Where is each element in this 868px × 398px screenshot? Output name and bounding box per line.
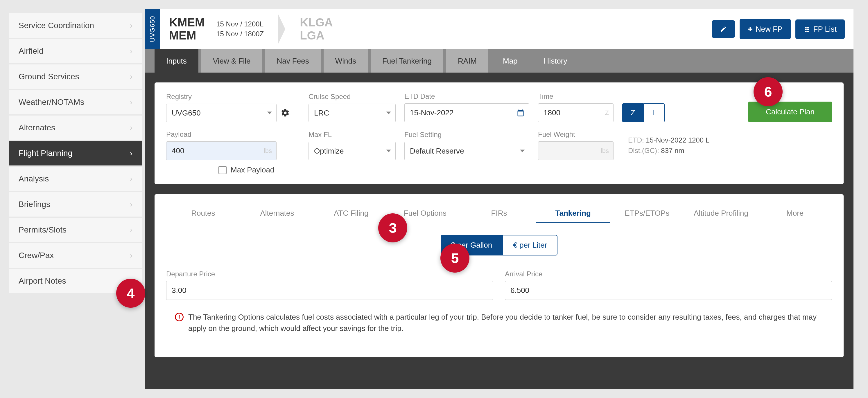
subtab-tankering[interactable]: Tankering: [536, 204, 610, 223]
route-block: KMEM MEM 15 Nov / 1200L 15 Nov / 1800Z K…: [160, 9, 342, 49]
departure-times: 15 Nov / 1200L 15 Nov / 1800Z: [216, 20, 264, 38]
dep-icao: KMEM: [169, 16, 205, 29]
sidebar-item-label: Alternates: [19, 123, 55, 132]
sidebar-item-crew-pax[interactable]: Crew/Pax›: [9, 243, 142, 268]
arr-icao: KLGA: [300, 16, 333, 29]
per-liter-button[interactable]: € per Liter: [502, 235, 557, 256]
subtab-atc-filing[interactable]: ATC Filing: [314, 204, 388, 223]
cruise-select[interactable]: LRC: [309, 104, 396, 122]
date-local: 15 Nov / 1200L: [216, 20, 264, 28]
annotation-bubble-4: 4: [116, 279, 145, 308]
sidebar-item-label: Analysis: [19, 174, 49, 184]
etd-date-label: ETD Date: [404, 92, 529, 100]
zulu-button[interactable]: Z: [622, 103, 644, 122]
sidebar-item-analysis[interactable]: Analysis›: [9, 167, 142, 191]
main-panel: UVG650 KMEM MEM 15 Nov / 1200L 15 Nov / …: [145, 9, 854, 389]
sidebar-item-permits-slots[interactable]: Permits/Slots›: [9, 218, 142, 242]
tankering-info: ! The Tankering Options calculates fuel …: [166, 311, 832, 334]
subtab-alternates[interactable]: Alternates: [240, 204, 314, 223]
tab-winds[interactable]: Winds: [323, 49, 368, 73]
tab-inputs[interactable]: Inputs: [155, 49, 198, 73]
calendar-icon[interactable]: [517, 109, 525, 117]
maxfl-select[interactable]: Optimize: [309, 142, 396, 160]
fp-list-button[interactable]: FP List: [795, 20, 845, 39]
header-actions: + New FP FP List: [712, 9, 854, 49]
cruise-label: Cruise Speed: [309, 93, 396, 101]
sidebar-item-label: Weather/NOTAMs: [19, 98, 84, 107]
maxfl-label: Max FL: [309, 131, 396, 139]
local-button[interactable]: L: [644, 103, 665, 122]
sidebar-item-weather-notams[interactable]: Weather/NOTAMs›: [9, 90, 142, 114]
sidebar-item-alternates[interactable]: Alternates›: [9, 115, 142, 140]
subtab-firs[interactable]: FIRs: [462, 204, 536, 223]
sidebar-item-ground-services[interactable]: Ground Services›: [9, 64, 142, 89]
sub-tabs: Routes Alternates ATC Filing Fuel Option…: [166, 204, 832, 223]
subtab-more[interactable]: More: [758, 204, 832, 223]
annotation-bubble-6: 6: [753, 77, 783, 106]
tab-history[interactable]: History: [532, 49, 579, 73]
payload-input[interactable]: [166, 141, 277, 160]
warning-icon: !: [175, 313, 184, 321]
sidebar-item-briefings[interactable]: Briefings›: [9, 192, 142, 217]
registry-label: Registry: [166, 93, 277, 101]
chevron-right-icon: ›: [130, 174, 132, 184]
list-icon: [804, 26, 810, 33]
tankering-info-text: The Tankering Options calculates fuel co…: [188, 311, 823, 334]
subtab-etps-etops[interactable]: ETPs/ETOPs: [610, 204, 684, 223]
edit-button[interactable]: [712, 20, 735, 38]
flight-header: UVG650 KMEM MEM 15 Nov / 1200L 15 Nov / …: [145, 9, 854, 49]
price-unit-toggle: $ per Gallon € per Liter: [166, 235, 832, 256]
sidebar-item-airfield[interactable]: Airfield›: [9, 39, 142, 63]
etd-date-input[interactable]: [404, 103, 529, 122]
button-label: FP List: [813, 25, 837, 34]
new-fp-button[interactable]: + New FP: [740, 19, 791, 39]
sidebar-item-label: Briefings: [19, 200, 50, 209]
sidebar-item-label: Ground Services: [19, 72, 79, 81]
tab-nav-fees[interactable]: Nav Fees: [265, 49, 320, 73]
registry-select[interactable]: UVG650: [166, 104, 277, 122]
fuel-weight-label: Fuel Weight: [538, 130, 614, 138]
sidebar-item-label: Service Coordination: [19, 21, 94, 30]
chevron-right-icon: ›: [130, 200, 132, 209]
etd-summary-label: ETD:: [628, 136, 644, 144]
fuel-setting-select[interactable]: Default Reserve: [404, 142, 529, 160]
tab-map[interactable]: Map: [491, 49, 529, 73]
time-input[interactable]: [538, 103, 614, 122]
tab-view-file[interactable]: View & File: [201, 49, 262, 73]
tankering-panel: 3 5 Routes Alternates ATC Filing Fuel Op…: [155, 194, 844, 357]
sidebar-item-label: Airport Notes: [19, 276, 66, 286]
departure-airport: KMEM MEM: [169, 16, 205, 42]
chevron-right-icon: ›: [130, 123, 132, 132]
pencil-icon: [720, 26, 727, 33]
chevron-right-icon: ›: [130, 72, 132, 81]
aircraft-tag[interactable]: UVG650: [145, 9, 160, 49]
sidebar-item-label: Permits/Slots: [19, 225, 66, 235]
max-payload-checkbox[interactable]: [218, 166, 226, 174]
tab-raim[interactable]: RAIM: [446, 49, 488, 73]
top-tabs: Inputs View & File Nav Fees Winds Fuel T…: [145, 49, 854, 73]
arrival-airport: KLGA LGA: [300, 16, 333, 42]
dep-iata: MEM: [169, 29, 205, 42]
gear-icon[interactable]: [281, 108, 290, 118]
content-area: 6 Registry UVG650 Cruise Speed LRC: [145, 73, 854, 367]
fuel-setting-label: Fuel Setting: [404, 131, 529, 139]
dist-summary-value: 837 nm: [661, 146, 684, 155]
sidebar-item-flight-planning[interactable]: Flight Planning›: [9, 141, 142, 165]
dist-summary-label: Dist.(GC):: [628, 146, 659, 155]
sidebar-item-label: Crew/Pax: [19, 251, 54, 260]
departure-price-input[interactable]: [166, 281, 493, 300]
subtab-altitude-profiling[interactable]: Altitude Profiling: [684, 204, 758, 223]
date-zulu: 15 Nov / 1800Z: [216, 30, 264, 38]
chevron-right-icon: ›: [130, 225, 132, 235]
chevron-right-icon: ›: [130, 46, 132, 56]
subtab-routes[interactable]: Routes: [166, 204, 240, 223]
sidebar-item-service-coordination[interactable]: Service Coordination›: [9, 13, 142, 38]
arrival-price-input[interactable]: [505, 281, 832, 300]
tab-fuel-tankering[interactable]: Fuel Tankering: [371, 49, 443, 73]
fuel-weight-input[interactable]: [538, 141, 614, 160]
zulu-local-toggle: Z L: [622, 103, 665, 122]
arr-price-label: Arrival Price: [505, 270, 832, 278]
arr-iata: LGA: [300, 29, 333, 42]
calculate-plan-button[interactable]: Calculate Plan: [748, 102, 832, 122]
max-payload-label: Max Payload: [231, 165, 274, 174]
